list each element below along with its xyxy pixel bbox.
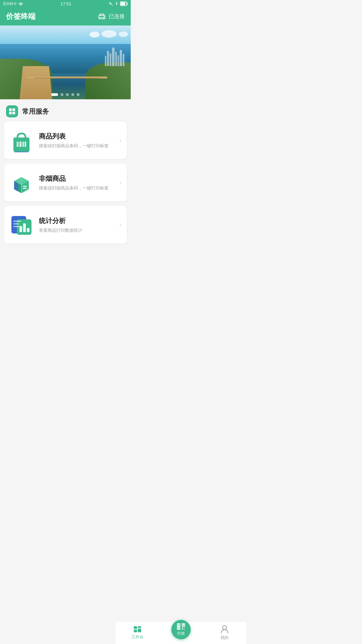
non-tobacco-arrow: › (119, 179, 121, 186)
mute-icon (109, 1, 113, 6)
dot-4[interactable] (71, 93, 74, 96)
bridge (26, 76, 107, 78)
road (20, 66, 53, 99)
svg-rect-10 (9, 112, 12, 114)
statistics-desc: 查看商品打印数据统计 (39, 227, 114, 233)
section-title: 常用服务 (22, 107, 49, 116)
svg-rect-26 (23, 186, 27, 187)
section-header: 常用服务 (0, 99, 131, 121)
dot-1[interactable] (51, 93, 58, 96)
non-tobacco-title: 非烟商品 (39, 174, 114, 183)
svg-rect-3 (127, 3, 128, 5)
svg-rect-30 (19, 226, 22, 232)
svg-rect-8 (9, 108, 12, 111)
dot-5[interactable] (77, 93, 79, 96)
statistics-arrow: › (119, 221, 121, 228)
svg-rect-15 (18, 142, 19, 147)
non-tobacco-icon (9, 170, 34, 195)
land-right (85, 62, 131, 99)
svg-rect-17 (22, 142, 22, 147)
battery-icon (120, 1, 128, 6)
status-left: 无SIM卡 (3, 1, 23, 6)
svg-rect-33 (13, 221, 21, 222)
product-list-arrow: › (119, 137, 121, 144)
banner-carousel[interactable] (0, 25, 131, 99)
svg-rect-34 (13, 223, 19, 224)
app-header: 价签终端 已连接 (0, 7, 131, 25)
svg-rect-35 (13, 226, 19, 227)
bluetooth-icon (115, 2, 119, 6)
connection-status: 已连接 (109, 13, 125, 20)
svg-rect-6 (100, 17, 104, 19)
product-list-text: 商品列表 搜索或扫描商品条码，一键打印标签 (39, 132, 114, 149)
main-content: 常用服务 商品列表 搜索或扫描商品条码，一键打印标 (0, 99, 131, 275)
svg-rect-18 (23, 142, 24, 147)
svg-rect-9 (12, 108, 15, 111)
non-tobacco-desc: 搜索或扫描商品条码，一键打印标签 (39, 185, 114, 191)
carousel-dots (51, 93, 79, 96)
non-tobacco-card[interactable]: 非烟商品 搜索或扫描商品条码，一键打印标签 › (4, 164, 127, 201)
dot-2[interactable] (61, 93, 63, 96)
svg-rect-14 (17, 142, 18, 147)
svg-rect-16 (20, 142, 21, 147)
svg-rect-32 (27, 228, 29, 232)
statistics-card[interactable]: 统计分析 查看商品打印数据统计 › (4, 206, 127, 244)
header-right: 已连接 (98, 13, 125, 20)
city-silhouette (105, 48, 124, 66)
svg-rect-19 (25, 142, 26, 147)
dot-3[interactable] (66, 93, 69, 96)
clouds (89, 32, 128, 38)
svg-rect-4 (120, 2, 125, 5)
svg-rect-27 (23, 188, 27, 189)
svg-rect-13 (13, 138, 29, 152)
bag-icon (10, 128, 33, 152)
app-title: 价签终端 (6, 11, 36, 21)
printer-icon (98, 13, 106, 20)
product-list-icon (9, 128, 34, 152)
statistics-icon (9, 213, 34, 237)
svg-rect-31 (23, 223, 26, 232)
wifi-icon (18, 2, 23, 6)
status-right (109, 1, 128, 6)
product-list-title: 商品列表 (39, 132, 114, 141)
product-list-desc: 搜索或扫描商品条码，一键打印标签 (39, 143, 114, 149)
statistics-text: 统计分析 查看商品打印数据统计 (39, 216, 114, 233)
statistics-title: 统计分析 (39, 216, 114, 225)
box-icon (10, 171, 33, 194)
status-bar: 无SIM卡 17:51 (0, 0, 131, 7)
stats-icon (10, 213, 33, 236)
grid-icon (9, 108, 15, 115)
no-sim-text: 无SIM卡 (3, 1, 17, 6)
svg-rect-11 (12, 112, 15, 114)
section-icon (6, 105, 18, 117)
non-tobacco-text: 非烟商品 搜索或扫描商品条码，一键打印标签 (39, 174, 114, 191)
svg-point-0 (20, 5, 21, 6)
banner-image (0, 25, 131, 99)
time-display: 17:51 (61, 1, 72, 6)
bottom-spacer (0, 248, 131, 275)
product-list-card[interactable]: 商品列表 搜索或扫描商品条码，一键打印标签 › (4, 121, 127, 159)
svg-point-7 (104, 16, 104, 17)
